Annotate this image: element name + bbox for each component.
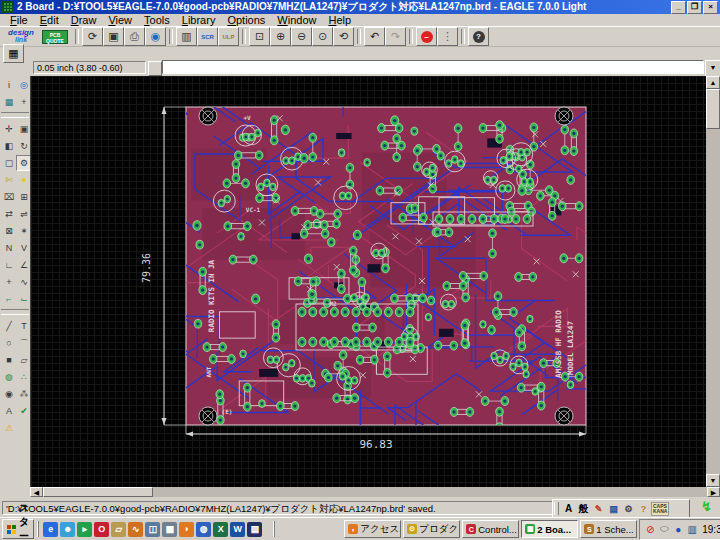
task-product[interactable]: ⊙プロダク... xyxy=(403,520,460,538)
cut-tool[interactable]: ✄ xyxy=(1,172,17,188)
ime-grip[interactable] xyxy=(554,502,559,515)
ie-icon[interactable]: e xyxy=(43,522,58,537)
display-tool[interactable]: ▦ xyxy=(1,94,17,110)
scroll-left-button[interactable]: ◀ xyxy=(30,487,43,497)
restore-button[interactable]: ❐ xyxy=(687,1,702,14)
menu-item-window[interactable]: Window xyxy=(271,14,322,27)
book-icon[interactable]: ▤ xyxy=(247,522,262,537)
zoom-in-button[interactable]: ⊕ xyxy=(270,27,291,46)
messenger-icon[interactable]: ☻ xyxy=(60,522,75,537)
designlink-logo[interactable]: design link xyxy=(3,29,39,45)
delete-tool[interactable]: ⌧ xyxy=(1,189,17,205)
circle-tool[interactable]: ○ xyxy=(1,335,17,351)
globe-icon[interactable]: ◍ xyxy=(196,522,211,537)
info-tool[interactable]: i xyxy=(1,77,17,93)
firefox-icon[interactable]: ◗ xyxy=(179,522,194,537)
help-button[interactable]: ? xyxy=(468,27,489,46)
move-tool[interactable]: ✛ xyxy=(1,121,17,137)
board-canvas[interactable]: RADIO KITS IN JAAM/SSB HF RADIOMODEL LA1… xyxy=(30,76,706,487)
mute-icon[interactable]: ⊘ xyxy=(644,523,656,535)
menu-item-file[interactable]: File xyxy=(4,14,34,27)
task-schematic-label: 1 Sche... xyxy=(596,524,634,535)
rect-tool[interactable]: ■ xyxy=(1,352,17,368)
scroll-right-button[interactable]: ▶ xyxy=(707,487,720,497)
ime-help-icon[interactable]: ? xyxy=(637,502,650,515)
zoom-redraw-button[interactable]: ⟲ xyxy=(333,27,354,46)
ime-lang-icon[interactable]: ● xyxy=(672,523,684,535)
menu-item-options[interactable]: Options xyxy=(221,14,271,27)
ime-pad-icon[interactable]: ▤ xyxy=(607,502,620,515)
word-icon[interactable]: W xyxy=(230,522,245,537)
name-tool[interactable]: N xyxy=(1,240,17,256)
ime-language-bar[interactable]: A 般 ✎▤⚙? CAPS KANA xyxy=(552,499,690,518)
task-board[interactable]: ▦2 Boa... xyxy=(521,520,578,538)
opera-icon[interactable]: O xyxy=(94,522,109,537)
print-button[interactable]: ⎙ xyxy=(124,27,145,46)
menu-item-draw[interactable]: Draw xyxy=(65,14,103,27)
route-tool[interactable]: ⌐ xyxy=(1,291,17,307)
open-board-button[interactable]: ⟳ xyxy=(82,27,103,46)
miter-tool[interactable]: ∟ xyxy=(1,257,17,273)
ime-mode-button[interactable]: A xyxy=(562,502,575,515)
wire-tool[interactable]: ╱ xyxy=(1,318,17,334)
scroll-down-button[interactable]: ▼ xyxy=(706,474,720,487)
menu-item-help[interactable]: Help xyxy=(322,14,357,27)
optimize-tool[interactable]: + xyxy=(1,274,17,290)
horizontal-scrollbar[interactable]: ◀ ▶ xyxy=(30,487,720,497)
minimize-button[interactable]: _ xyxy=(671,1,686,14)
redo-button[interactable]: ↷ xyxy=(385,27,406,46)
ime-tools-icon[interactable]: ⚙ xyxy=(622,502,635,515)
zoom-out-button[interactable]: ⊖ xyxy=(291,27,312,46)
pcbquote-logo[interactable]: PCB QUOTE xyxy=(42,30,68,44)
mouse-icon[interactable]: ⬭ xyxy=(658,523,670,535)
command-dropdown-button[interactable]: ▼ xyxy=(705,60,720,77)
menu-item-edit[interactable]: Edit xyxy=(34,14,65,27)
winamp-icon[interactable]: ∿ xyxy=(128,522,143,537)
horizontal-scroll-thumb[interactable] xyxy=(43,487,153,497)
zoom-in-icon: ⊕ xyxy=(276,30,285,43)
task-access[interactable]: ◗アクセス... xyxy=(344,520,401,538)
close-button[interactable]: × xyxy=(703,1,718,14)
media-player-icon[interactable]: ▸ xyxy=(77,522,92,537)
run-ulp-button[interactable]: ULP xyxy=(218,27,239,46)
task-schematic[interactable]: S1 Sche... xyxy=(580,520,637,538)
errors-tool[interactable]: ⚠ xyxy=(1,420,17,436)
vertical-scroll-thumb[interactable] xyxy=(706,89,720,129)
start-button[interactable]: スタート xyxy=(2,519,34,539)
hole-tool[interactable]: ◉ xyxy=(1,386,17,402)
menu-item-view[interactable]: View xyxy=(102,14,138,27)
lock-tool[interactable]: ⊠ xyxy=(1,223,17,239)
toolbar-separator xyxy=(169,29,173,44)
save-button[interactable]: ▣ xyxy=(103,27,124,46)
group-tool[interactable]: ▢ xyxy=(1,155,17,171)
run-script-button[interactable]: SCR xyxy=(197,27,218,46)
ime-conversion-button[interactable]: 般 xyxy=(577,502,590,515)
folder-icon[interactable]: ▱ xyxy=(111,522,126,537)
menu-item-library[interactable]: Library xyxy=(176,14,222,27)
menu-item-tools[interactable]: Tools xyxy=(138,14,176,27)
taskbar-grip[interactable] xyxy=(273,521,275,537)
circle-icon: ○ xyxy=(6,338,11,348)
via-tool[interactable]: ◍ xyxy=(1,369,17,385)
cam-processor-button[interactable]: ◉ xyxy=(145,27,166,46)
zoom-fit-button[interactable]: ⊡ xyxy=(249,27,270,46)
zoom-select-button[interactable]: ⊙ xyxy=(312,27,333,46)
undo-button[interactable]: ↶ xyxy=(364,27,385,46)
task-control[interactable]: CControl... xyxy=(462,520,519,538)
stop-button[interactable]: – xyxy=(416,27,437,46)
ime-pen-icon[interactable]: ✎ xyxy=(592,502,605,515)
taskbar-grip[interactable] xyxy=(37,521,39,537)
library-button[interactable]: ▥ xyxy=(176,27,197,46)
network-icon[interactable]: ▥ xyxy=(686,523,698,535)
command-input[interactable] xyxy=(162,60,704,74)
explorer-icon[interactable]: ◫ xyxy=(145,522,160,537)
vertical-scrollbar[interactable]: ▲ ▼ xyxy=(706,76,720,487)
desktop-icon[interactable]: ▦ xyxy=(162,522,177,537)
dimension-width: 96.83 xyxy=(359,438,392,451)
scroll-up-button[interactable]: ▲ xyxy=(706,76,720,89)
go-button[interactable]: ⋮ xyxy=(437,27,458,46)
excel-icon[interactable]: X xyxy=(213,522,228,537)
auto-tool[interactable]: A xyxy=(1,403,17,419)
mirror-tool[interactable]: ◧ xyxy=(1,138,17,154)
pinswap-tool[interactable]: ⇄ xyxy=(1,206,17,222)
